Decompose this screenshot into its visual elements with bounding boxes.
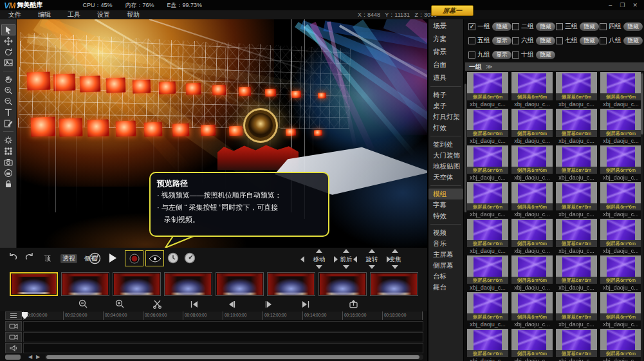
library-scrollbar[interactable] [641, 72, 643, 361]
category-item[interactable]: 桌子 [428, 100, 463, 111]
view-button-1[interactable]: 顶 [42, 254, 53, 263]
timeline-zoom-handle[interactable] [5, 355, 21, 360]
category-item[interactable]: 侧屏幕 [428, 260, 463, 271]
step-forward-icon[interactable] [263, 299, 275, 309]
play-icon[interactable] [107, 252, 118, 264]
panel-tab[interactable]: 背景 [428, 45, 463, 58]
library-item[interactable]: 侧屏幕6m*6mxbj_daoju_c... [600, 329, 641, 361]
library-item[interactable]: 侧屏幕6m*6mxbj_daoju_c... [600, 72, 641, 108]
group-visibility-button[interactable]: 隐藏 [536, 37, 555, 45]
dpad-arrow-left-icon[interactable] [300, 256, 304, 263]
library-item[interactable]: 侧屏幕6m*6mxbj_daoju_c... [511, 182, 553, 218]
group-visibility-button[interactable]: 显示 [492, 37, 511, 45]
category-item[interactable]: 台标 [428, 271, 463, 282]
panel-tab[interactable]: 场景 [428, 19, 463, 32]
dpad-arrow-down-icon[interactable] [343, 265, 349, 269]
library-item[interactable]: 侧屏幕6m*6mxbj_daoju_c... [556, 145, 597, 181]
library-item[interactable]: 侧屏幕6m*6mxbj_daoju_c... [511, 329, 553, 361]
group-visibility-button[interactable]: 隐藏 [536, 23, 555, 31]
timeline-scrollbar[interactable] [45, 355, 423, 360]
track1-camera-icon[interactable] [5, 321, 22, 331]
group-visibility-button[interactable]: 隐藏 [492, 23, 511, 31]
go-end-icon[interactable] [300, 299, 311, 309]
library-item[interactable]: 侧屏幕6m*6mxbj_daoju_c... [467, 145, 508, 181]
dpad-arrow-up-icon[interactable] [369, 249, 375, 253]
zoom-out-icon[interactable] [77, 299, 89, 309]
menu-tools[interactable]: 工具 [59, 10, 89, 19]
library-item[interactable]: 侧屏幕6m*6mxbj_daoju_c... [511, 219, 553, 255]
category-item[interactable]: 特效 [428, 210, 463, 221]
group-visibility-button[interactable]: 隐藏 [536, 51, 555, 59]
camera-icon[interactable] [2, 157, 15, 167]
library-item[interactable]: 侧屏幕6m*6mxbj_daoju_c... [600, 255, 641, 292]
edit-note-icon[interactable] [2, 118, 15, 128]
category-item[interactable]: 舞台 [428, 282, 463, 293]
group-checkbox[interactable] [600, 23, 607, 30]
category-item[interactable]: 主屏幕 [428, 249, 463, 260]
group-checkbox[interactable] [556, 23, 563, 30]
viewport-3d[interactable]: 预览路径 · 视频预览——按照机位顺序自动预览；· 与左侧 “ 采集按钮 ”同时… [17, 19, 427, 248]
camera-thumbnail[interactable] [267, 272, 315, 296]
dpad-arrow-down-icon[interactable] [316, 265, 322, 269]
library-item[interactable]: 侧屏幕6m*6mxbj_daoju_c... [600, 219, 641, 255]
loop-icon[interactable] [89, 252, 101, 264]
dpad-arrow-up-icon[interactable] [343, 249, 349, 253]
library-group-header[interactable]: 一组≫ [465, 62, 644, 71]
library-item[interactable]: 侧屏幕6m*6mxbj_daoju_c... [556, 72, 597, 108]
screen-one-button[interactable]: 屏幕一 [431, 5, 474, 16]
view-button-2[interactable]: 透视 [60, 254, 77, 263]
category-item[interactable]: 椅子 [428, 89, 463, 100]
library-item[interactable]: 侧屏幕6m*6mxbj_daoju_c... [600, 292, 641, 328]
timeline-ruler[interactable]: 00:00:00:0000:02:00:0000:04:00:0000:06:0… [23, 311, 423, 320]
dpad-arrow-up-icon[interactable] [316, 249, 322, 253]
rotate-icon[interactable] [2, 47, 15, 57]
dpad-arrow-down-icon[interactable] [392, 265, 398, 269]
panel-tab[interactable]: 方案 [428, 32, 463, 45]
group-checkbox[interactable] [600, 37, 607, 44]
layers-icon[interactable] [2, 168, 15, 178]
cut-scissors-icon[interactable] [151, 299, 163, 309]
minimize-icon[interactable]: – [609, 3, 612, 8]
image-icon[interactable] [2, 58, 15, 68]
group-visibility-button[interactable]: 隐藏 [623, 37, 643, 45]
library-item[interactable]: 侧屏幕6m*6mxbj_daoju_c... [556, 219, 597, 255]
camera-thumbnail[interactable] [10, 272, 58, 296]
camera-thumbnail[interactable] [61, 272, 109, 296]
timeline-track[interactable] [23, 343, 423, 353]
timeline-track[interactable] [23, 321, 423, 331]
zoom-in-icon[interactable] [114, 299, 125, 309]
library-item[interactable]: 侧屏幕6m*6mxbj_daoju_c... [556, 255, 597, 292]
text-icon[interactable] [2, 107, 15, 117]
dpad-arrow-down-icon[interactable] [369, 265, 375, 269]
camera-thumbnail[interactable] [318, 272, 367, 296]
group-checkbox[interactable] [512, 37, 519, 44]
scroll-right-icon[interactable]: ▶ [36, 353, 40, 361]
menu-edit[interactable]: 编辑 [30, 10, 59, 19]
timeline-scrollbar-thumb[interactable] [46, 355, 419, 359]
timeline-menu-icon[interactable] [5, 311, 22, 320]
track3-audio-icon[interactable] [5, 343, 22, 353]
step-back-icon[interactable] [226, 299, 237, 309]
dpad-arrow-up-icon[interactable] [392, 249, 398, 253]
library-item[interactable]: 侧屏幕6m*6mxbj_daoju_c... [467, 329, 508, 361]
record-button[interactable] [125, 250, 143, 266]
close-icon[interactable]: ✕ [632, 3, 638, 8]
library-item[interactable]: 侧屏幕6m*6mxbj_daoju_c... [556, 182, 597, 218]
category-item[interactable]: 大门装饰 [428, 150, 463, 161]
library-item[interactable]: 侧屏幕6m*6mxbj_daoju_c... [511, 255, 553, 292]
category-item[interactable]: 字幕 [428, 199, 463, 210]
library-scrollbar-thumb[interactable] [641, 73, 643, 134]
camera-thumbnail[interactable] [164, 272, 212, 296]
menu-settings[interactable]: 设置 [89, 10, 118, 19]
library-item[interactable]: 侧屏幕6m*6mxbj_daoju_c... [467, 292, 508, 328]
camera-thumbnail[interactable] [370, 272, 418, 296]
grid-dots-icon[interactable] [2, 146, 15, 156]
camera-thumbnail[interactable] [113, 272, 161, 296]
library-item[interactable]: 侧屏幕6m*6mxbj_daoju_c... [556, 292, 597, 328]
dpad-4[interactable]: 变焦 [381, 249, 409, 269]
library-item[interactable]: 侧屏幕6m*6mxbj_daoju_c... [467, 255, 508, 292]
library-item[interactable]: 侧屏幕6m*6mxbj_daoju_c... [467, 109, 508, 145]
group-checkbox[interactable]: ✓ [468, 23, 475, 30]
select-cursor-icon[interactable] [2, 25, 15, 35]
group-visibility-button[interactable]: 隐藏 [623, 23, 643, 31]
